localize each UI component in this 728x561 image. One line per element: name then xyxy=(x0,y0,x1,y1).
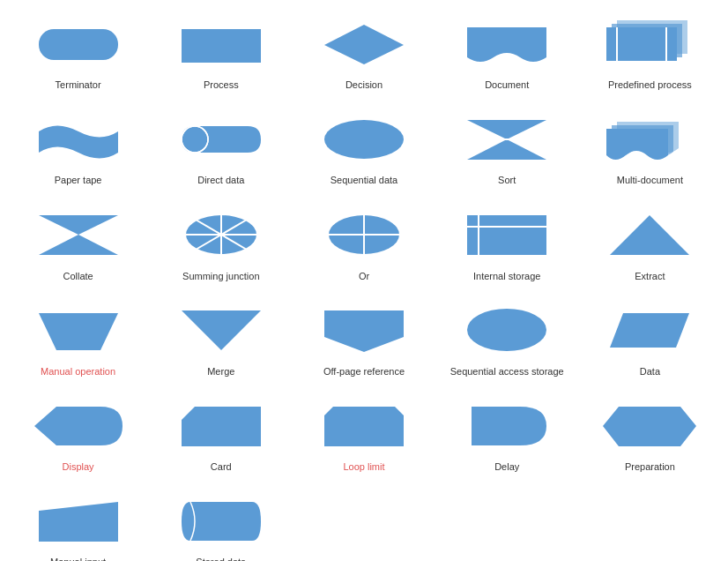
label-sort: Sort xyxy=(498,174,516,186)
cell-merge: Merge xyxy=(152,295,290,382)
cell-delay: Delay xyxy=(438,391,576,477)
svg-marker-15 xyxy=(39,235,118,255)
label-process: Process xyxy=(204,79,239,91)
label-terminator: Terminator xyxy=(56,79,101,91)
cell-internal-storage: Internal storage xyxy=(438,200,576,287)
svg-marker-28 xyxy=(39,313,118,350)
cell-extract: Extract xyxy=(581,200,719,287)
cell-card: Card xyxy=(152,391,290,477)
cell-empty-3 xyxy=(581,486,719,561)
label-direct-data: Direct data xyxy=(197,174,244,186)
svg-marker-2 xyxy=(324,25,404,64)
label-manual-operation: Manual operation xyxy=(41,365,115,378)
label-predefined-process: Predefined process xyxy=(608,79,692,91)
cell-off-page-reference: Off-page reference xyxy=(294,295,433,382)
label-preparation: Preparation xyxy=(625,460,675,473)
cell-or: Or xyxy=(294,200,433,287)
cell-summing-junction: Summing junction xyxy=(152,200,290,287)
cell-multi-document: Multi-document xyxy=(581,104,719,191)
cell-stored-data: Stored data xyxy=(152,486,290,561)
cell-terminator: Terminator xyxy=(9,9,147,95)
label-stored-data: Stored data xyxy=(196,556,246,561)
label-manual-input: Manual input xyxy=(50,556,106,561)
svg-marker-14 xyxy=(39,215,118,235)
label-off-page-reference: Off-page reference xyxy=(323,365,405,378)
cell-sequential-access-storage: Sequential access storage xyxy=(438,295,576,382)
svg-marker-36 xyxy=(39,502,118,542)
cell-data: Data xyxy=(581,295,719,382)
label-multi-document: Multi-document xyxy=(617,174,683,186)
svg-marker-30 xyxy=(324,310,404,352)
svg-marker-11 xyxy=(467,120,546,139)
svg-marker-32 xyxy=(610,313,689,348)
svg-marker-33 xyxy=(182,407,261,446)
svg-rect-1 xyxy=(182,29,261,63)
cell-display: Display xyxy=(9,391,147,477)
cell-manual-operation: Manual operation xyxy=(9,295,147,382)
label-sequential-access-storage: Sequential access storage xyxy=(450,365,564,378)
cell-empty-1 xyxy=(294,486,433,561)
cell-process: Process xyxy=(152,9,290,95)
label-internal-storage: Internal storage xyxy=(473,270,540,282)
cell-loop-limit: Loop limit xyxy=(294,391,433,477)
label-card: Card xyxy=(211,460,232,473)
cell-predefined-process: Predefined process xyxy=(581,9,719,95)
label-sequential-data: Sequential data xyxy=(331,174,397,186)
label-document: Document xyxy=(485,79,529,91)
label-or: Or xyxy=(359,270,369,282)
label-paper-tape: Paper tape xyxy=(55,174,102,186)
cell-collate: Collate xyxy=(9,200,147,287)
label-summing-junction: Summing junction xyxy=(182,270,259,282)
svg-marker-34 xyxy=(324,407,404,446)
svg-point-10 xyxy=(324,120,404,159)
svg-marker-27 xyxy=(610,215,689,255)
cell-empty-2 xyxy=(438,486,576,561)
svg-marker-12 xyxy=(467,139,546,160)
label-delay: Delay xyxy=(494,460,519,473)
label-collate: Collate xyxy=(63,270,93,282)
label-extract: Extract xyxy=(635,270,665,282)
cell-sequential-data: Sequential data xyxy=(294,104,433,191)
shapes-grid: Terminator Process Decision Document xyxy=(9,9,719,561)
label-loop-limit: Loop limit xyxy=(343,460,384,473)
cell-manual-input: Manual input xyxy=(9,486,147,561)
svg-rect-0 xyxy=(39,29,118,60)
cell-decision: Decision xyxy=(294,9,433,95)
label-merge: Merge xyxy=(207,365,234,378)
cell-direct-data: Direct data xyxy=(152,104,290,191)
cell-document: Document xyxy=(438,9,576,95)
svg-marker-35 xyxy=(603,407,696,446)
cell-sort: Sort xyxy=(438,104,576,191)
label-data: Data xyxy=(640,365,660,378)
svg-point-31 xyxy=(467,309,546,351)
label-decision: Decision xyxy=(345,79,383,91)
label-display: Display xyxy=(63,460,94,473)
cell-paper-tape: Paper tape xyxy=(9,104,147,191)
cell-preparation: Preparation xyxy=(581,391,719,477)
svg-marker-29 xyxy=(182,310,261,350)
